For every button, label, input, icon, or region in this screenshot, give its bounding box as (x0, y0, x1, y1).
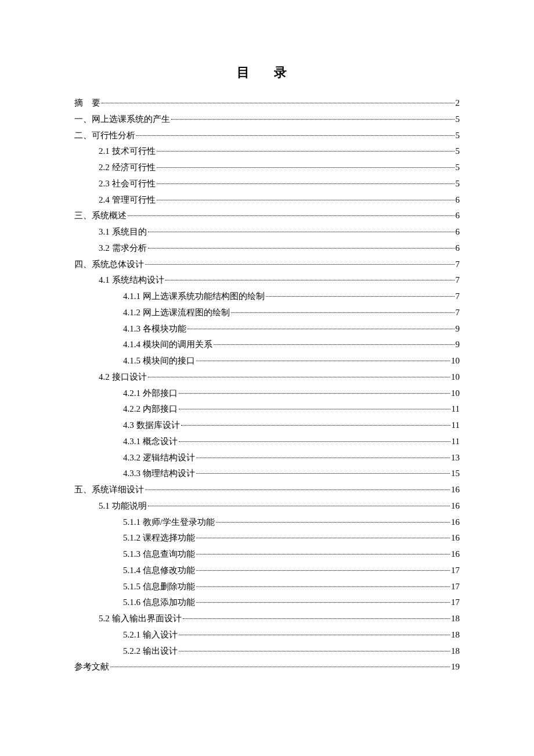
toc-entry-page: 10 (451, 386, 460, 402)
toc-leader-dots (179, 409, 450, 409)
toc-entry-label: 5.2 输入输出界面设计 (99, 611, 182, 627)
toc-entry-page: 16 (451, 514, 460, 531)
toc-entry-page: 7 (456, 257, 460, 273)
toc-entry: 一、网上选课系统的产生5 (74, 111, 460, 128)
toc-entry: 5.1.3 信息查询功能16 (74, 546, 460, 563)
toc-entry-label: 四、系统总体设计 (74, 257, 144, 273)
toc-entry: 摘 要2 (74, 95, 460, 111)
toc-entry: 4.2.1 外部接口 10 (74, 386, 460, 402)
toc-entry-page: 9 (456, 321, 460, 337)
toc-leader-dots (214, 344, 454, 345)
toc-leader-dots (196, 570, 450, 571)
toc-entry: 二、可行性分析5 (74, 128, 460, 144)
toc-leader-dots (183, 618, 450, 619)
toc-entry-label: 3.1 系统目的 (99, 224, 147, 240)
toc-entry-page: 10 (451, 353, 460, 369)
toc-leader-dots (179, 393, 450, 394)
toc-entry-page: 7 (456, 272, 460, 289)
toc-entry-label: 4.1.3 各模块功能 (123, 321, 186, 337)
toc-entry-label: 2.4 管理可行性 (99, 192, 156, 208)
toc-entry-label: 摘 要 (74, 95, 100, 111)
toc-entry-label: 五、系统详细设计 (74, 482, 144, 498)
toc-entry: 2.2 经济可行性5 (74, 160, 460, 176)
toc-leader-dots (187, 329, 454, 329)
toc-entry: 5.1.2 课程选择功能16 (74, 530, 460, 546)
toc-entry: 5.1.4 信息修改功能17 (74, 563, 460, 579)
toc-entry-label: 2.1 技术可行性 (99, 143, 156, 160)
toc-leader-dots (148, 506, 450, 506)
toc-leader-dots (179, 651, 450, 651)
toc-leader-dots (196, 458, 450, 458)
toc-leader-dots (231, 312, 454, 313)
toc-entry: 5.2.1 输入设计18 (74, 627, 460, 643)
toc-entry-page: 11 (452, 401, 460, 417)
toc-entry: 4.1.4 模块间的调用关系9 (74, 337, 460, 353)
toc-entry-page: 16 (451, 546, 460, 563)
toc-entry-label: 5.1.2 课程选择功能 (123, 530, 195, 546)
toc-leader-dots (157, 183, 454, 184)
toc-entry: 5.1.5 信息删除功能17 (74, 579, 460, 595)
toc-entry: 4.1 系统结构设计 7 (74, 272, 460, 289)
toc-entry-label: 5.1.3 信息查询功能 (123, 546, 195, 563)
toc-entry-label: 5.1.5 信息删除功能 (123, 579, 195, 595)
toc-entry-page: 13 (451, 450, 460, 466)
toc-entry-label: 4.2 接口设计 (99, 369, 147, 386)
toc-leader-dots (171, 119, 454, 120)
toc-entry: 3.1 系统目的 6 (74, 224, 460, 240)
toc-entry-label: 4.3.2 逻辑结构设计 (123, 450, 195, 466)
toc-entry-label: 4.1.5 模块间的接口 (123, 353, 195, 369)
toc-entry-label: 4.3.3 物理结构设计 (123, 466, 195, 482)
toc-entry-page: 5 (456, 160, 460, 176)
toc-entry-page: 17 (451, 579, 460, 595)
toc-entry-page: 5 (456, 111, 460, 128)
toc-entry: 4.2.2 内部接口11 (74, 401, 460, 417)
toc-leader-dots (196, 473, 450, 474)
toc-leader-dots (148, 377, 450, 377)
toc-leader-dots (181, 425, 450, 426)
toc-entry: 4.1.5 模块间的接口10 (74, 353, 460, 369)
toc-leader-dots (179, 441, 450, 442)
toc-entry-label: 2.2 经济可行性 (99, 160, 156, 176)
toc-leader-dots (157, 151, 454, 152)
toc-entry-page: 6 (456, 208, 460, 224)
toc-entry: 4.3.1 概念设计11 (74, 434, 460, 450)
toc-entry-label: 5.1.4 信息修改功能 (123, 563, 195, 579)
toc-entry-page: 18 (451, 643, 460, 660)
toc-leader-dots (148, 232, 454, 232)
toc-leader-dots (110, 667, 450, 667)
toc-leader-dots (157, 200, 454, 200)
toc-entry-page: 17 (451, 563, 460, 579)
toc-entry-page: 7 (456, 289, 460, 305)
toc-entry-label: 4.1 系统结构设计 (99, 272, 164, 289)
toc-entry-label: 4.2.2 内部接口 (123, 401, 178, 417)
toc-entry-label: 二、可行性分析 (74, 128, 135, 144)
toc-leader-dots (266, 296, 454, 297)
toc-entry-label: 4.1.1 网上选课系统功能结构图的绘制 (123, 289, 265, 305)
toc-leader-dots (196, 586, 450, 587)
toc-entry: 4.3.3 物理结构设计15 (74, 466, 460, 482)
toc-leader-dots (216, 522, 450, 523)
toc-entry: 五、系统详细设计16 (74, 482, 460, 498)
toc-entry: 三、系统概述6 (74, 208, 460, 224)
toc-title: 目 录 (74, 64, 460, 81)
toc-entry-label: 4.3.1 概念设计 (123, 434, 178, 450)
toc-entry: 2.3 社会可行性5 (74, 176, 460, 192)
toc-leader-dots (128, 215, 454, 216)
toc-leader-dots (157, 167, 454, 168)
toc-entry-page: 11 (452, 417, 460, 434)
toc-entry-label: 5.2.1 输入设计 (123, 627, 178, 643)
toc-entry-page: 9 (456, 337, 460, 353)
toc-entry-label: 5.2.2 输出设计 (123, 643, 178, 660)
toc-entry-label: 4.2.1 外部接口 (123, 386, 178, 402)
toc-entry: 4.1.2 网上选课流程图的绘制7 (74, 305, 460, 321)
toc-entry-label: 4.3 数据库设计 (123, 417, 180, 434)
toc-entry-label: 3.2 需求分析 (99, 240, 147, 257)
toc-leader-dots (102, 103, 454, 103)
toc-entry: 5.1.1 教师/学生登录功能 16 (74, 514, 460, 531)
toc-entry: 5.2 输入输出界面设计18 (74, 611, 460, 627)
toc-leader-dots (196, 554, 450, 555)
toc-entry: 4.3.2 逻辑结构设计13 (74, 450, 460, 466)
toc-entry: 2.4 管理可行性6 (74, 192, 460, 208)
toc-leader-dots (196, 361, 450, 361)
toc-entry-page: 15 (451, 466, 460, 482)
